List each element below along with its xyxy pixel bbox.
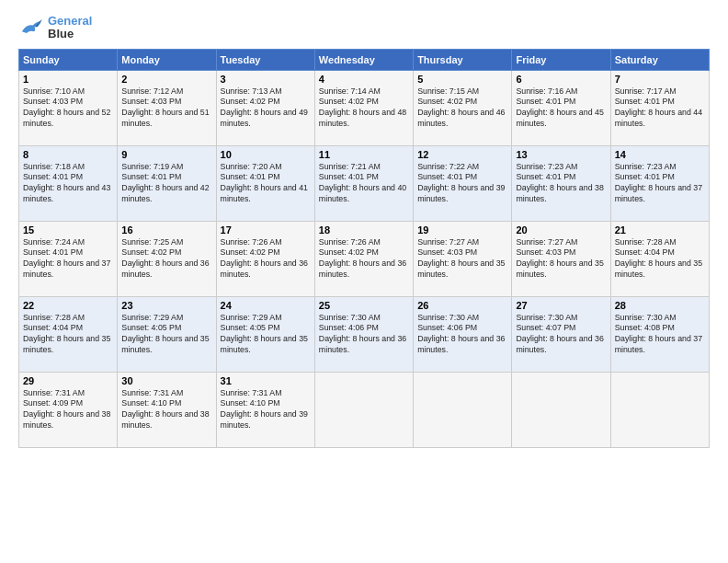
day-info: Sunrise: 7:16 AM Sunset: 4:01 PM Dayligh… — [516, 86, 606, 131]
logo: General Blue — [18, 15, 92, 41]
day-cell: 21 Sunrise: 7:28 AM Sunset: 4:04 PM Dayl… — [610, 221, 709, 296]
day-info: Sunrise: 7:15 AM Sunset: 4:02 PM Dayligh… — [417, 86, 507, 131]
day-number: 8 — [23, 149, 113, 160]
day-info: Sunrise: 7:31 AM Sunset: 4:09 PM Dayligh… — [23, 388, 113, 432]
day-number: 29 — [23, 375, 113, 386]
col-header-sunday: Sunday — [19, 49, 118, 70]
day-info: Sunrise: 7:30 AM Sunset: 4:06 PM Dayligh… — [417, 313, 507, 357]
day-info: Sunrise: 7:22 AM Sunset: 4:01 PM Dayligh… — [417, 162, 507, 206]
day-cell: 17 Sunrise: 7:26 AM Sunset: 4:02 PM Dayl… — [216, 221, 314, 296]
day-cell: 7 Sunrise: 7:17 AM Sunset: 4:01 PM Dayli… — [610, 70, 709, 145]
day-info: Sunrise: 7:23 AM Sunset: 4:01 PM Dayligh… — [615, 162, 705, 206]
day-info: Sunrise: 7:31 AM Sunset: 4:10 PM Dayligh… — [121, 388, 211, 432]
day-cell: 26 Sunrise: 7:30 AM Sunset: 4:06 PM Dayl… — [414, 296, 512, 372]
day-number: 6 — [516, 74, 606, 85]
day-cell: 6 Sunrise: 7:16 AM Sunset: 4:01 PM Dayli… — [512, 70, 610, 145]
day-info: Sunrise: 7:25 AM Sunset: 4:02 PM Dayligh… — [121, 237, 211, 282]
day-number: 23 — [121, 300, 211, 311]
day-number: 7 — [615, 74, 705, 85]
day-cell: 24 Sunrise: 7:29 AM Sunset: 4:05 PM Dayl… — [216, 296, 314, 372]
day-number: 10 — [221, 149, 311, 160]
day-cell: 14 Sunrise: 7:23 AM Sunset: 4:01 PM Dayl… — [610, 145, 709, 221]
logo-icon — [18, 17, 44, 38]
day-info: Sunrise: 7:21 AM Sunset: 4:01 PM Dayligh… — [319, 162, 409, 206]
day-cell: 29 Sunrise: 7:31 AM Sunset: 4:09 PM Dayl… — [19, 372, 118, 447]
day-number: 4 — [319, 74, 409, 85]
day-number: 31 — [221, 375, 311, 386]
day-number: 14 — [615, 149, 705, 160]
day-info: Sunrise: 7:17 AM Sunset: 4:01 PM Dayligh… — [615, 86, 705, 131]
day-number: 3 — [221, 74, 311, 85]
day-info: Sunrise: 7:30 AM Sunset: 4:06 PM Dayligh… — [319, 313, 409, 357]
col-header-friday: Friday — [512, 49, 610, 70]
day-cell: 16 Sunrise: 7:25 AM Sunset: 4:02 PM Dayl… — [118, 221, 216, 296]
day-info: Sunrise: 7:12 AM Sunset: 4:03 PM Dayligh… — [121, 86, 211, 131]
week-row-5: 29 Sunrise: 7:31 AM Sunset: 4:09 PM Dayl… — [19, 372, 710, 447]
day-number: 20 — [516, 224, 606, 236]
day-number: 15 — [23, 224, 113, 236]
day-info: Sunrise: 7:13 AM Sunset: 4:02 PM Dayligh… — [221, 86, 311, 131]
day-number: 21 — [615, 224, 705, 236]
day-number: 19 — [417, 224, 507, 236]
day-cell: 25 Sunrise: 7:30 AM Sunset: 4:06 PM Dayl… — [314, 296, 413, 372]
day-number: 24 — [221, 300, 311, 311]
day-info: Sunrise: 7:18 AM Sunset: 4:01 PM Dayligh… — [23, 162, 113, 206]
day-cell — [512, 372, 610, 447]
day-info: Sunrise: 7:26 AM Sunset: 4:02 PM Dayligh… — [319, 237, 409, 282]
day-number: 25 — [319, 300, 409, 311]
day-info: Sunrise: 7:30 AM Sunset: 4:07 PM Dayligh… — [516, 313, 606, 357]
day-number: 28 — [615, 300, 705, 311]
day-cell: 20 Sunrise: 7:27 AM Sunset: 4:03 PM Dayl… — [512, 221, 610, 296]
day-cell: 11 Sunrise: 7:21 AM Sunset: 4:01 PM Dayl… — [314, 145, 413, 221]
day-cell: 4 Sunrise: 7:14 AM Sunset: 4:02 PM Dayli… — [314, 70, 413, 145]
day-number: 17 — [221, 224, 311, 236]
day-number: 13 — [516, 149, 606, 160]
day-info: Sunrise: 7:29 AM Sunset: 4:05 PM Dayligh… — [221, 313, 311, 357]
page: General Blue SundayMondayTuesdayWednesda… — [0, 0, 728, 563]
day-info: Sunrise: 7:20 AM Sunset: 4:01 PM Dayligh… — [221, 162, 311, 206]
header-row: SundayMondayTuesdayWednesdayThursdayFrid… — [19, 49, 710, 70]
day-cell: 22 Sunrise: 7:28 AM Sunset: 4:04 PM Dayl… — [19, 296, 118, 372]
day-cell: 2 Sunrise: 7:12 AM Sunset: 4:03 PM Dayli… — [118, 70, 216, 145]
day-number: 1 — [23, 74, 113, 85]
day-info: Sunrise: 7:14 AM Sunset: 4:02 PM Dayligh… — [319, 86, 409, 131]
logo-text: General Blue — [48, 15, 92, 41]
day-number: 5 — [417, 74, 507, 85]
day-number: 18 — [319, 224, 409, 236]
col-header-wednesday: Wednesday — [314, 49, 413, 70]
day-info: Sunrise: 7:27 AM Sunset: 4:03 PM Dayligh… — [417, 237, 507, 282]
day-cell — [414, 372, 512, 447]
day-info: Sunrise: 7:30 AM Sunset: 4:08 PM Dayligh… — [615, 313, 705, 357]
day-cell: 1 Sunrise: 7:10 AM Sunset: 4:03 PM Dayli… — [19, 70, 118, 145]
day-cell: 30 Sunrise: 7:31 AM Sunset: 4:10 PM Dayl… — [118, 372, 216, 447]
day-cell: 15 Sunrise: 7:24 AM Sunset: 4:01 PM Dayl… — [19, 221, 118, 296]
day-cell: 13 Sunrise: 7:23 AM Sunset: 4:01 PM Dayl… — [512, 145, 610, 221]
day-info: Sunrise: 7:28 AM Sunset: 4:04 PM Dayligh… — [615, 237, 705, 282]
day-number: 26 — [417, 300, 507, 311]
day-number: 9 — [121, 149, 211, 160]
day-cell — [610, 372, 709, 447]
day-info: Sunrise: 7:29 AM Sunset: 4:05 PM Dayligh… — [121, 313, 211, 357]
day-cell: 31 Sunrise: 7:31 AM Sunset: 4:10 PM Dayl… — [216, 372, 314, 447]
day-info: Sunrise: 7:28 AM Sunset: 4:04 PM Dayligh… — [23, 313, 113, 357]
day-cell: 8 Sunrise: 7:18 AM Sunset: 4:01 PM Dayli… — [19, 145, 118, 221]
day-cell: 27 Sunrise: 7:30 AM Sunset: 4:07 PM Dayl… — [512, 296, 610, 372]
day-info: Sunrise: 7:24 AM Sunset: 4:01 PM Dayligh… — [23, 237, 113, 282]
day-cell: 23 Sunrise: 7:29 AM Sunset: 4:05 PM Dayl… — [118, 296, 216, 372]
day-cell: 12 Sunrise: 7:22 AM Sunset: 4:01 PM Dayl… — [414, 145, 512, 221]
day-info: Sunrise: 7:31 AM Sunset: 4:10 PM Dayligh… — [221, 388, 311, 432]
day-cell: 5 Sunrise: 7:15 AM Sunset: 4:02 PM Dayli… — [414, 70, 512, 145]
day-info: Sunrise: 7:23 AM Sunset: 4:01 PM Dayligh… — [516, 162, 606, 206]
day-info: Sunrise: 7:10 AM Sunset: 4:03 PM Dayligh… — [23, 86, 113, 131]
day-cell: 18 Sunrise: 7:26 AM Sunset: 4:02 PM Dayl… — [314, 221, 413, 296]
day-info: Sunrise: 7:27 AM Sunset: 4:03 PM Dayligh… — [516, 237, 606, 282]
day-number: 12 — [417, 149, 507, 160]
day-cell: 19 Sunrise: 7:27 AM Sunset: 4:03 PM Dayl… — [414, 221, 512, 296]
day-number: 2 — [121, 74, 211, 85]
day-cell: 10 Sunrise: 7:20 AM Sunset: 4:01 PM Dayl… — [216, 145, 314, 221]
day-number: 11 — [319, 149, 409, 160]
calendar-table: SundayMondayTuesdayWednesdayThursdayFrid… — [18, 49, 710, 448]
day-number: 27 — [516, 300, 606, 311]
day-info: Sunrise: 7:19 AM Sunset: 4:01 PM Dayligh… — [121, 162, 211, 206]
day-info: Sunrise: 7:26 AM Sunset: 4:02 PM Dayligh… — [221, 237, 311, 282]
